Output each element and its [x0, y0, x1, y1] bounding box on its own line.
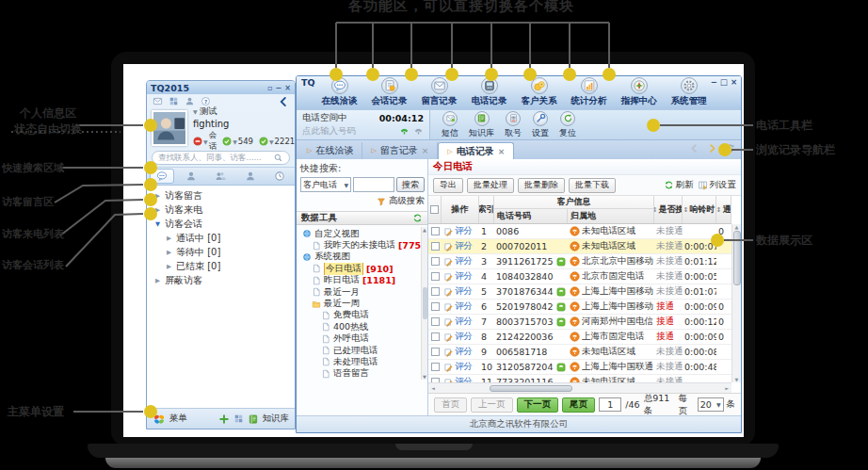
table-vscrollbar[interactable]: ▲ ▼ — [731, 224, 741, 382]
table-button[interactable]: 批量下载 — [569, 178, 616, 193]
edit-icon[interactable] — [443, 227, 453, 236]
scroll-left-icon[interactable]: ◄ — [431, 385, 435, 391]
edit-icon[interactable] — [443, 363, 453, 372]
view-tree-item[interactable]: 昨日电话[1181] — [300, 275, 425, 286]
toolbar-item-session[interactable]: 会话记录 — [369, 77, 410, 107]
view-tree-item[interactable]: 我昨天的未接电话[775] — [300, 239, 425, 251]
prev-page-button[interactable]: 上一页 — [471, 397, 513, 413]
tree-item[interactable]: ▶屏蔽访客 — [147, 273, 295, 287]
window-control[interactable]: × — [731, 77, 737, 87]
view-tree-item[interactable]: 400热线 — [300, 321, 425, 332]
col-op[interactable]: 操作 — [442, 196, 479, 223]
tree-item[interactable]: ▶等待中 [0] — [147, 245, 295, 259]
last-page-button[interactable]: 尾页 — [562, 397, 595, 413]
table-row[interactable]: 评分103120587204上海上海中国联通未接通0:00:48 — [428, 360, 731, 375]
status-item[interactable]: ▼会话 — [193, 130, 217, 153]
view-tree-item[interactable]: 系统视图 — [300, 251, 425, 263]
knowledge-book-icon[interactable] — [248, 413, 259, 425]
toolbar-item-command[interactable]: 指挥中心 — [619, 77, 659, 107]
toolbar-item-message[interactable]: 留言记录 — [419, 77, 459, 107]
grid-icon[interactable] — [169, 96, 179, 106]
toolbar-item-phonerec[interactable]: 电话记录 — [469, 77, 509, 107]
col-dur[interactable]: ↕通 — [716, 196, 731, 223]
table-row[interactable]: 评分82124220036上海市固定电话接通0:00:090 — [428, 330, 731, 345]
select-all-checkbox[interactable] — [428, 196, 442, 223]
col-phone[interactable]: 电话号码 — [494, 209, 568, 223]
search-field-select[interactable]: 客户电话 ▼ — [300, 177, 351, 192]
toolbar-item-customer[interactable]: 客户关系 — [519, 77, 559, 107]
scroll-right-icon[interactable]: ► — [725, 385, 729, 391]
view-tree-item[interactable]: 未处理电话 — [300, 356, 425, 367]
refresh-tree-icon[interactable] — [412, 213, 423, 223]
tab-留言记录[interactable]: ▷留言记录× — [362, 142, 438, 159]
tree-scrollbar[interactable]: ▲ ▼ — [421, 227, 427, 380]
row-checkbox[interactable] — [431, 227, 440, 235]
left-panel-titlebar[interactable]: TQ2015 ▫−× — [147, 81, 295, 94]
scroll-thumb[interactable] — [423, 287, 427, 319]
row-checkbox[interactable] — [431, 272, 440, 281]
status-item[interactable]: ▼2221 — [259, 137, 295, 146]
first-page-button[interactable]: 首页 — [434, 397, 467, 413]
scroll-thumb[interactable] — [733, 231, 741, 285]
contact-tab-clock[interactable] — [267, 169, 292, 184]
row-checkbox[interactable] — [431, 332, 440, 341]
edit-icon[interactable] — [443, 242, 453, 251]
hangup-phone-icon[interactable] — [413, 126, 424, 137]
table-row[interactable]: 评分10086未知电话区域未接通0 — [428, 224, 731, 239]
row-checkbox[interactable] — [431, 302, 440, 311]
window-control[interactable]: × — [284, 84, 291, 92]
toolbar-item-chat[interactable]: 在线洽谈 — [319, 77, 360, 107]
row-checkbox[interactable] — [431, 257, 440, 266]
row-checkbox[interactable] — [431, 317, 440, 326]
message-icon[interactable] — [153, 96, 163, 106]
view-tree-item[interactable]: 免费电话 — [300, 310, 425, 321]
status-selector[interactable]: ▼ 测试 — [193, 105, 295, 118]
table-button[interactable]: 批量删除 — [518, 178, 565, 193]
tree-item[interactable]: ▶访客来电 — [147, 203, 295, 217]
table-row[interactable]: 评分2000702011未知电话区域未接通0:00:07 — [428, 239, 731, 254]
per-page-select[interactable]: 20 ▼ — [698, 397, 724, 412]
apps-icon[interactable] — [233, 413, 244, 424]
view-tree-item[interactable]: 最近一周 — [300, 298, 425, 309]
page-number-input[interactable]: 1 — [599, 397, 621, 412]
col-answered[interactable]: ↕是否接 — [654, 196, 683, 223]
view-tree-item[interactable]: 最近一月 — [300, 286, 425, 298]
edit-icon[interactable] — [443, 348, 453, 357]
phone-tool-book[interactable]: 知识库 — [469, 111, 494, 139]
view-tree-item[interactable]: 外呼电话 — [300, 333, 425, 345]
table-button[interactable]: 导出 — [433, 178, 463, 193]
knowledge-button[interactable]: 知识库 — [263, 413, 290, 425]
col-idx[interactable]: 索引 — [479, 196, 494, 223]
edit-icon[interactable] — [443, 257, 453, 267]
tab-电话记录[interactable]: ▷电话记录× — [438, 142, 514, 159]
scroll-down-icon[interactable]: ▼ — [735, 377, 739, 382]
tree-item[interactable]: ▶已结束 [0] — [147, 259, 295, 273]
window-control[interactable]: − — [711, 77, 717, 87]
view-tree-item[interactable]: 已处理电话 — [300, 345, 425, 356]
col-region[interactable]: 归属地 — [568, 209, 654, 223]
contact-tab-person[interactable] — [179, 169, 203, 184]
menu-button[interactable]: 菜单 — [169, 413, 187, 425]
back-icon[interactable] — [689, 143, 699, 154]
table-row[interactable]: 评分41084032840北京市固定电话未接通0:00:05 — [428, 269, 731, 284]
table-row[interactable]: 评分9006581718未知电话区域未接通0:00:08 — [428, 345, 731, 360]
table-button[interactable]: 批量处理 — [467, 178, 514, 193]
window-control[interactable]: − — [276, 84, 282, 92]
phone-tool-getnum[interactable]: 取号 — [505, 111, 522, 139]
table-row[interactable]: 评分53701876344上海上海中国移动未接通0:01:07 — [428, 284, 731, 300]
edit-icon[interactable] — [443, 302, 453, 312]
edit-icon[interactable] — [443, 332, 453, 342]
edit-icon[interactable] — [443, 287, 453, 297]
view-tree-item[interactable]: 语音留言 — [300, 368, 425, 380]
search-term-input[interactable] — [353, 177, 394, 192]
contact-tab-chat[interactable] — [150, 169, 174, 184]
window-control[interactable]: ▫ — [267, 84, 272, 92]
toolbar-item-stats[interactable]: 统计分析 — [569, 77, 609, 107]
dial-input[interactable]: 点此输入号码 — [302, 125, 395, 138]
close-icon[interactable]: × — [422, 146, 429, 155]
status-item[interactable]: ▼549 — [222, 137, 253, 146]
forward-icon[interactable] — [707, 143, 717, 154]
table-row[interactable]: 评分78003715703河南郑州中国电信接通0:00:120 — [428, 315, 731, 330]
contact-tab-person[interactable] — [238, 169, 263, 184]
refresh-button[interactable]: 刷新 — [664, 179, 694, 191]
